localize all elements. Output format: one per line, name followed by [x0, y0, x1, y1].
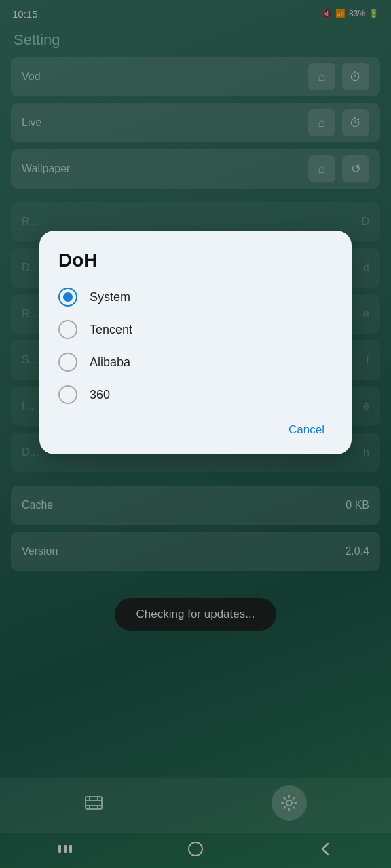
dialog-title: DoH [58, 250, 333, 271]
radio-alibaba[interactable]: Alibaba [58, 353, 333, 372]
radio-label-360: 360 [90, 388, 110, 402]
dialog-actions: Cancel [58, 418, 333, 442]
radio-inner-system [63, 292, 73, 302]
radio-system[interactable]: System [58, 288, 333, 307]
radio-circle-alibaba [58, 353, 77, 372]
radio-circle-360 [58, 385, 77, 404]
radio-circle-system [58, 288, 77, 307]
radio-label-alibaba: Alibaba [90, 355, 130, 370]
cancel-button[interactable]: Cancel [280, 418, 333, 442]
radio-360[interactable]: 360 [58, 385, 333, 404]
radio-label-tencent: Tencent [90, 323, 132, 337]
doh-dialog: DoH System Tencent Alibaba 360 Cancel [39, 231, 352, 454]
radio-circle-tencent [58, 320, 77, 339]
radio-label-system: System [90, 290, 130, 304]
radio-tencent[interactable]: Tencent [58, 320, 333, 339]
